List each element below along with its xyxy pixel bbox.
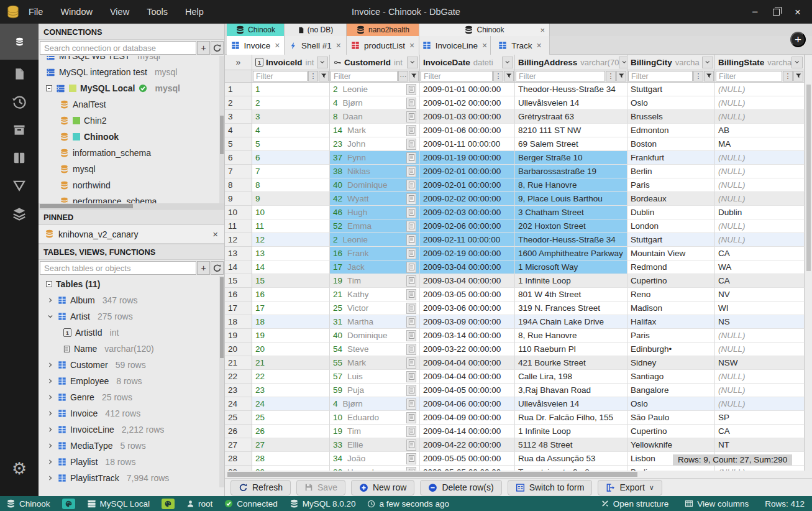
collapse-icon[interactable] <box>46 85 52 91</box>
filter-funnel-button[interactable] <box>704 71 714 81</box>
lookup-document-icon[interactable] <box>406 412 416 423</box>
row-number[interactable]: 20 <box>225 343 252 356</box>
cell-billingaddress[interactable]: Grétrystraat 63 <box>515 110 627 124</box>
lookup-document-icon[interactable] <box>406 221 416 232</box>
cell-invoicedate[interactable]: 2009-04-09 00:00:00 <box>420 411 515 425</box>
row-number[interactable]: 5 <box>225 137 252 151</box>
cell-billingaddress[interactable]: Barbarossastraße 19 <box>515 165 627 178</box>
status-mysql-8-0-20[interactable]: MySQL 8.0.20 <box>290 499 356 509</box>
connection-item[interactable]: MYSQL WB TESTmysql <box>39 56 224 64</box>
tab-invoiceline[interactable]: InvoiceLine× <box>419 36 491 55</box>
cell-invoiceid[interactable]: 7 <box>252 165 330 178</box>
filter-funnel-button[interactable] <box>793 71 803 81</box>
lookup-document-icon[interactable] <box>406 111 416 122</box>
row-number[interactable]: 15 <box>225 274 252 288</box>
activity-files[interactable] <box>0 60 39 88</box>
cell-customerid[interactable]: 40Dominique <box>330 178 420 192</box>
cell-billingstate[interactable]: CA <box>715 274 805 288</box>
grid-corner-expand[interactable]: » <box>225 55 252 70</box>
lookup-document-icon[interactable] <box>406 207 416 218</box>
cell-invoicedate[interactable]: 2009-01-03 00:00:00 <box>420 110 515 124</box>
cell-billingaddress[interactable]: 1 Infinite Loop <box>515 274 627 288</box>
status-connected[interactable]: Connected <box>224 499 277 509</box>
cell-invoicedate[interactable]: 2009-04-14 00:00:00 <box>420 425 515 438</box>
cell-invoiceid[interactable]: 21 <box>252 356 330 370</box>
filter-funnel-button[interactable] <box>504 71 514 81</box>
connection-item[interactable]: MySQL integration testmysql <box>39 64 224 80</box>
lookup-document-icon[interactable] <box>406 125 416 136</box>
collapse-icon[interactable] <box>46 281 52 287</box>
cell-billingstate[interactable]: NS <box>715 315 805 329</box>
cell-customerid[interactable]: 38Niklas <box>330 165 420 178</box>
cell-invoicedate[interactable]: 2009-02-06 00:00:00 <box>420 219 515 233</box>
filter-input-customerid[interactable] <box>331 71 398 81</box>
cell-invoicedate[interactable]: 2009-04-06 00:00:00 <box>420 397 515 411</box>
filter-menu-button[interactable]: ⋮ <box>606 71 616 81</box>
filter-funnel-button[interactable] <box>616 71 626 81</box>
cell-billingcity[interactable]: Stuttgart <box>627 83 715 96</box>
row-number[interactable]: 21 <box>225 356 252 370</box>
cell-customerid[interactable]: 21Kathy <box>330 288 420 302</box>
cell-billingcity[interactable]: London <box>627 219 715 233</box>
cell-billingstate[interactable]: NT <box>715 438 805 452</box>
cell-invoiceid[interactable]: 18 <box>252 315 330 329</box>
cell-billingaddress[interactable]: 9, Place Louis Barthou <box>515 192 627 206</box>
cell-billingcity[interactable]: Bordeaux <box>627 192 715 206</box>
cell-invoiceid[interactable]: 8 <box>252 178 330 192</box>
cell-billingaddress[interactable]: Theodor-Heuss-Straße 34 <box>515 233 627 247</box>
cell-invoicedate[interactable]: 2009-03-06 00:00:00 <box>420 302 515 315</box>
cell-invoiceid[interactable]: 29 <box>252 466 330 471</box>
cell-invoicedate[interactable]: 2009-03-22 00:00:00 <box>420 343 515 356</box>
lookup-document-icon[interactable] <box>406 371 416 382</box>
cell-invoicedate[interactable]: 2009-01-19 00:00:00 <box>420 151 515 165</box>
menu-view[interactable]: View <box>110 7 129 17</box>
table-item[interactable]: MediaType5 rows <box>39 438 224 454</box>
row-number[interactable]: 6 <box>225 151 252 165</box>
cell-invoicedate[interactable]: 2009-02-01 00:00:00 <box>420 165 515 178</box>
filter-menu-button[interactable]: ⋮ <box>493 71 503 81</box>
cell-billingcity[interactable]: Oslo <box>627 96 715 110</box>
cell-billingstate[interactable]: (NULL) <box>715 384 805 397</box>
connections-hscrollbar[interactable] <box>39 203 224 209</box>
row-number[interactable]: 19 <box>225 329 252 343</box>
cell-invoicedate[interactable]: 2009-02-02 00:00:00 <box>420 192 515 206</box>
row-number[interactable]: 28 <box>225 452 252 466</box>
menu-file[interactable]: File <box>29 7 43 17</box>
cell-billingstate[interactable]: (NULL) <box>715 151 805 165</box>
cell-billingstate[interactable]: (NULL) <box>715 397 805 411</box>
chevron-icon[interactable] <box>47 443 54 449</box>
cell-billingaddress[interactable]: 421 Bourke Street <box>515 356 627 370</box>
tab-productlist[interactable]: productList× <box>347 36 419 55</box>
cell-billingaddress[interactable]: 69 Salem Street <box>515 137 627 151</box>
cell-billingstate[interactable]: MA <box>715 137 805 151</box>
close-tab-icon[interactable]: × <box>540 25 545 35</box>
tables-search-input[interactable] <box>40 261 196 275</box>
cell-invoiceid[interactable]: 4 <box>252 124 330 137</box>
lookup-document-icon[interactable] <box>406 180 416 191</box>
status-root[interactable]: root <box>186 499 212 509</box>
minimize-button[interactable]: − <box>752 7 758 17</box>
row-number[interactable]: 1 <box>225 83 252 96</box>
cell-invoiceid[interactable]: 25 <box>252 411 330 425</box>
theme-badge[interactable] <box>162 499 175 509</box>
cell-billingaddress[interactable]: 5112 48 Street <box>515 438 627 452</box>
cell-invoicedate[interactable]: 2009-03-09 00:00:00 <box>420 315 515 329</box>
cell-customerid[interactable]: 23John <box>330 137 420 151</box>
row-number[interactable]: 14 <box>225 260 252 274</box>
cell-billingcity[interactable]: Brussels <box>627 110 715 124</box>
status-rows-412[interactable]: Rows: 412 <box>765 499 805 509</box>
lookup-document-icon[interactable] <box>406 98 416 109</box>
cell-billingcity[interactable]: Redmond <box>627 260 715 274</box>
close-tab-icon[interactable]: × <box>336 40 341 50</box>
close-tab-icon[interactable]: × <box>409 40 414 50</box>
column-header-billingstate[interactable]: BillingStatevarcha <box>715 55 805 70</box>
cell-billingcity[interactable]: São Paulo <box>627 411 715 425</box>
cell-billingstate[interactable]: AB <box>715 124 805 137</box>
new-row-button[interactable]: New row <box>351 480 414 495</box>
cell-customerid[interactable]: 42Wyatt <box>330 192 420 206</box>
column-header-customerid[interactable]: CustomerIdint <box>330 55 420 70</box>
cell-billingaddress[interactable]: Tauentzienstraße 8 <box>515 466 627 471</box>
cell-billingstate[interactable]: (NULL) <box>715 370 805 384</box>
cell-billingstate[interactable]: (NULL) <box>715 110 805 124</box>
cell-billingstate[interactable]: (NULL) <box>715 165 805 178</box>
